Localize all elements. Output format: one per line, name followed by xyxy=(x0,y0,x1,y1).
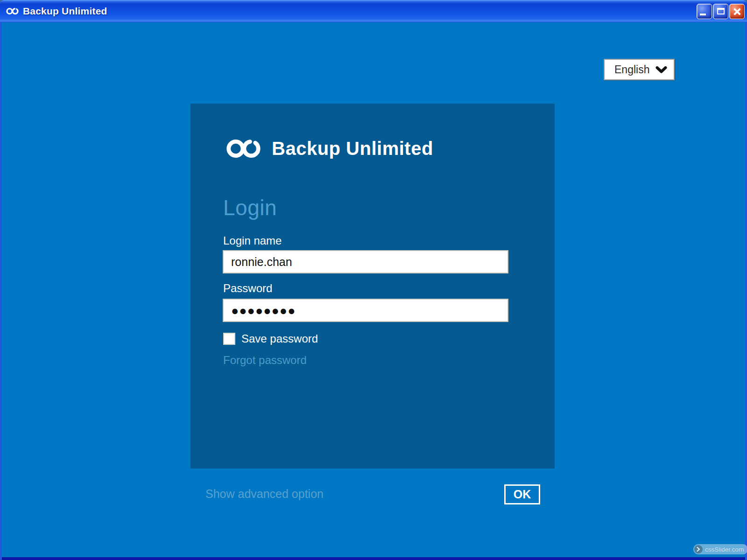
minimize-button[interactable] xyxy=(697,4,712,19)
maximize-icon xyxy=(717,8,725,14)
chevron-down-icon xyxy=(655,66,667,73)
show-advanced-link[interactable]: Show advanced option xyxy=(205,487,324,501)
app-window: Backup Unlimited English xyxy=(0,0,747,560)
app-infinity-icon xyxy=(6,7,19,15)
language-selector[interactable]: English xyxy=(604,59,675,80)
brand: Backup Unlimited xyxy=(226,138,433,159)
save-password-label: Save password xyxy=(241,332,318,345)
save-password-checkbox[interactable] xyxy=(223,333,235,345)
brand-name: Backup Unlimited xyxy=(272,138,433,159)
window-controls xyxy=(697,4,745,19)
titlebar[interactable]: Backup Unlimited xyxy=(0,0,747,22)
window-title: Backup Unlimited xyxy=(23,6,107,17)
badge-label: cssSlider.com xyxy=(705,546,744,553)
forgot-password-link[interactable]: Forgot password xyxy=(223,354,307,367)
close-button[interactable] xyxy=(729,4,745,19)
password-input[interactable] xyxy=(223,299,508,322)
minimize-icon xyxy=(700,14,706,15)
brand-infinity-icon xyxy=(226,139,261,159)
login-name-input[interactable] xyxy=(223,250,508,273)
ok-button[interactable]: OK xyxy=(504,484,540,504)
maximize-button[interactable] xyxy=(713,4,728,19)
login-heading: Login xyxy=(223,195,277,220)
login-name-label: Login name xyxy=(223,234,282,247)
cssslider-badge[interactable]: cssSlider.com xyxy=(693,544,747,554)
chevron-right-icon xyxy=(694,545,703,553)
language-value: English xyxy=(614,63,649,76)
client-area: English Backup Unlimited Login Login n xyxy=(2,22,745,560)
login-panel: Backup Unlimited Login Login name Passwo… xyxy=(190,104,555,469)
save-password-row: Save password xyxy=(223,332,318,345)
password-label: Password xyxy=(223,282,272,295)
